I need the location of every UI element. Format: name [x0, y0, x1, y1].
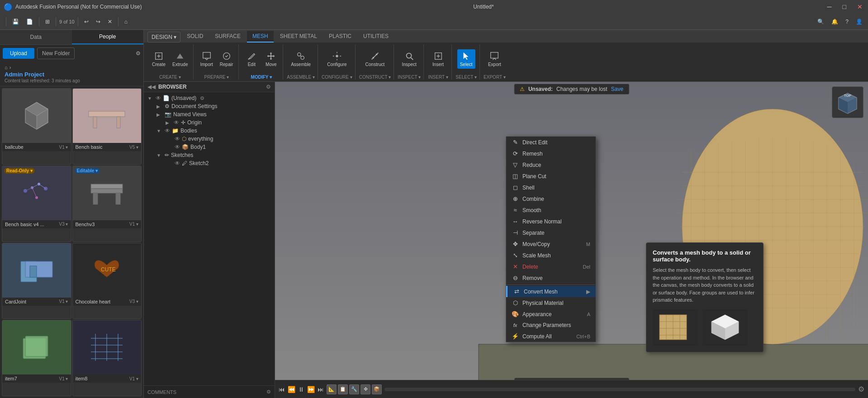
menu-item-separate[interactable]: ⊣ Separate: [506, 227, 596, 238]
tree-item-sketches[interactable]: ▼ ✏ Sketches: [144, 151, 275, 159]
inspect-btn[interactable]: Inspect: [399, 49, 419, 69]
select-btn[interactable]: Select: [457, 49, 475, 69]
close-tab-button[interactable]: ✕: [105, 17, 115, 26]
timeline-icon-5[interactable]: 📦: [372, 384, 382, 394]
repair-btn[interactable]: Repair: [217, 49, 236, 69]
upload-button[interactable]: Upload: [3, 48, 34, 59]
settings-icon[interactable]: ⚙: [200, 95, 204, 101]
menu-item-plane-cut[interactable]: ◫ Plane Cut: [506, 171, 596, 182]
menu-item-appearance[interactable]: 🎨 Appearance A: [506, 308, 596, 320]
eye-icon[interactable]: 👁: [165, 128, 170, 134]
comments-expand-btn[interactable]: ⚙: [266, 389, 271, 395]
timeline-icon-4[interactable]: ✥: [360, 384, 370, 394]
menu-item-physical-material[interactable]: ⬡ Physical Material: [506, 297, 596, 308]
tree-item-named-views[interactable]: ▶ 📷 Named Views: [144, 110, 275, 118]
menu-item-delete[interactable]: ✕ Delete Del: [506, 261, 596, 272]
tab-people[interactable]: People: [72, 30, 144, 44]
home-breadcrumb[interactable]: ⌂: [5, 65, 8, 70]
tree-item-sketch2[interactable]: 👁 🖊 Sketch2: [144, 159, 275, 167]
import-btn[interactable]: Import: [197, 49, 215, 69]
help-button[interactable]: ?: [843, 17, 851, 26]
timeline-icon-2[interactable]: 📋: [338, 384, 348, 394]
menu-item-combine[interactable]: ⊕ Combine: [506, 193, 596, 204]
eye-icon[interactable]: 👁: [174, 119, 179, 126]
tab-data[interactable]: Data: [0, 30, 72, 44]
tree-item-origin[interactable]: ▶ 👁 ✛ Origin: [144, 118, 275, 127]
menu-item-convert-mesh[interactable]: ⇄ Convert Mesh ▶: [506, 286, 596, 297]
tab-mesh[interactable]: MESH: [247, 31, 274, 43]
timeline-first-btn[interactable]: ⏮: [279, 386, 285, 393]
settings-gear-icon[interactable]: ⚙: [858, 385, 864, 393]
tree-item-everything[interactable]: 👁 ⬡ everything: [144, 135, 275, 143]
design-button[interactable]: DESIGN ▾: [147, 32, 180, 43]
create-btn[interactable]: Create: [149, 49, 168, 69]
menu-item-shell[interactable]: ◻ Shell: [506, 182, 596, 193]
undo-button[interactable]: ↩: [81, 17, 91, 26]
timeline-last-btn[interactable]: ⏭: [318, 386, 324, 393]
new-button[interactable]: 📄: [24, 17, 36, 26]
tab-plastic[interactable]: PLASTIC: [323, 31, 357, 43]
eye-icon[interactable]: 👁: [156, 95, 161, 101]
minimize-btn[interactable]: ─: [825, 3, 834, 10]
tab-surface[interactable]: SURFACE: [209, 31, 246, 43]
list-item[interactable]: Bench basic V5 ▾: [72, 88, 142, 165]
tab-utilities[interactable]: UTILITIES: [358, 31, 394, 43]
export-btn[interactable]: Export: [485, 49, 504, 69]
list-item[interactable]: item7 V1 ▾: [2, 320, 71, 396]
eye-icon[interactable]: 👁: [175, 136, 180, 142]
list-item[interactable]: Read-Only ▾ Bench basic: [2, 166, 71, 242]
menu-item-remove[interactable]: ⊖ Remove: [506, 272, 596, 284]
timeline-icon-1[interactable]: 📐: [327, 384, 337, 394]
timeline-icon-3[interactable]: 🔧: [349, 384, 359, 394]
assemble-btn[interactable]: Assemble: [288, 49, 313, 69]
maximize-btn[interactable]: □: [841, 3, 848, 10]
timeline-play-btn[interactable]: ⏸: [298, 386, 304, 393]
menu-item-reverse-normal[interactable]: ↔ Reverse Normal: [506, 216, 596, 227]
home-button[interactable]: ⌂: [122, 17, 130, 26]
viewport[interactable]: ⚠ Unsaved: Changes may be lost Save: [275, 82, 868, 398]
menu-item-remesh[interactable]: ⟳ Remesh: [506, 148, 596, 159]
construct-btn[interactable]: Construct: [363, 49, 388, 69]
grid-button[interactable]: ⊞: [43, 17, 52, 26]
timeline-next-btn[interactable]: ⏩: [307, 386, 315, 393]
notification-button[interactable]: 🔔: [829, 17, 841, 26]
viewcube[interactable]: TOP: [832, 86, 863, 118]
tab-sheet-metal[interactable]: SHEET METAL: [275, 31, 323, 43]
configure-btn[interactable]: Configure: [324, 49, 349, 69]
new-folder-button[interactable]: New Folder: [37, 47, 75, 59]
menu-item-scale-mesh[interactable]: ⤡ Scale Mesh: [506, 250, 596, 261]
insert-btn[interactable]: Insert: [429, 49, 447, 69]
tree-item-document-settings[interactable]: ▶ ⚙ Document Settings: [144, 102, 275, 110]
close-btn[interactable]: ✕: [855, 3, 864, 10]
browser-settings-icon[interactable]: ⚙: [266, 84, 271, 90]
save-button[interactable]: 💾: [9, 17, 22, 26]
list-item[interactable]: ballcube V1 ▾: [2, 88, 71, 165]
tree-item-unsaved[interactable]: ▼ 👁 📄 (Unsaved) ⚙: [144, 94, 275, 102]
account-button[interactable]: 👤: [853, 17, 865, 26]
menu-item-direct-edit[interactable]: ✎ Direct Edit: [506, 137, 596, 148]
menu-item-change-parameters[interactable]: fx Change Parameters: [506, 320, 596, 331]
move-btn[interactable]: Move: [262, 49, 280, 69]
tree-item-bodies[interactable]: ▼ 👁 📁 Bodies: [144, 127, 275, 135]
menu-item-reduce[interactable]: ▽ Reduce: [506, 159, 596, 171]
menu-item-move-copy[interactable]: ✥ Move/Copy M: [506, 238, 596, 250]
list-item[interactable]: item8 V1 ▾: [72, 320, 142, 396]
eye-icon[interactable]: 👁: [175, 160, 180, 166]
redo-button[interactable]: ↪: [93, 17, 103, 26]
list-item[interactable]: Editable ▾ Benchv3 V1 ▾: [72, 166, 142, 242]
search-button[interactable]: 🔍: [815, 17, 827, 26]
direct-edit-btn[interactable]: Edit: [242, 49, 261, 69]
timeline-prev-btn[interactable]: ⏪: [288, 386, 295, 393]
menu-item-smooth[interactable]: ≈ Smooth: [506, 204, 596, 216]
list-item[interactable]: CUTE Chocolate heart V3 ▾: [72, 243, 142, 319]
settings-icon[interactable]: ⚙: [136, 50, 141, 57]
timeline-track[interactable]: [384, 388, 855, 391]
eye-icon[interactable]: 👁: [175, 144, 180, 150]
list-item[interactable]: CardJoint V1 ▾: [2, 243, 71, 319]
collapse-browser-btn[interactable]: ◀◀: [147, 84, 156, 90]
save-changes-button[interactable]: Save: [611, 86, 623, 92]
extrude-btn[interactable]: Extrude: [170, 49, 190, 69]
menu-item-compute-all[interactable]: ⚡ Compute All Ctrl+B: [506, 331, 596, 342]
tab-solid[interactable]: SOLID: [181, 31, 209, 43]
tree-item-body1[interactable]: 👁 📦 Body1: [144, 143, 275, 151]
